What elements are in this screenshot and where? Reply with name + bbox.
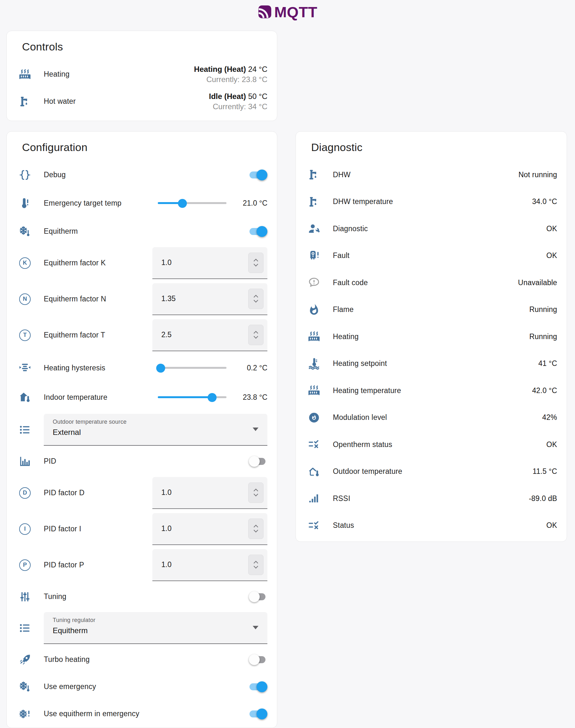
row-label: Status — [333, 521, 546, 530]
use-equitherm-in-emergency-toggle[interactable] — [249, 708, 267, 720]
config-row-indoor-temperature: Indoor temperature 23.8 °C — [7, 383, 277, 412]
state-current: Currently: 34 °C — [209, 102, 267, 112]
pid-factor-i-stepper[interactable] — [248, 518, 264, 539]
pid-factor-p-input[interactable] — [161, 560, 232, 569]
row-label: DHW — [333, 171, 518, 179]
row-label: Heating temperature — [333, 386, 532, 395]
dropdown-caret-icon — [253, 428, 259, 431]
turbo-heating-toggle[interactable] — [249, 654, 267, 666]
water-pump-icon — [18, 96, 32, 108]
row-label: Equitherm — [44, 227, 249, 235]
mqtt-logo-icon — [258, 4, 272, 19]
diag-row-heating[interactable]: Heating Running — [296, 323, 567, 350]
config-row-emergency-target-temp: Emergency target temp 21.0 °C — [7, 188, 277, 218]
config-row-turbo-heating: Turbo heating — [7, 646, 277, 673]
diag-row-modulation-level[interactable]: Modulation level 42% — [296, 404, 567, 431]
config-row-use-equitherm-in-emergency: Use equitherm in emergency — [7, 700, 277, 727]
row-label: Equitherm factor K — [44, 259, 153, 267]
state-target: 50 °C — [248, 92, 267, 101]
slider-thumb[interactable] — [208, 393, 216, 402]
diag-row-status[interactable]: Status OK — [296, 512, 567, 539]
row-label: Tuning — [44, 592, 249, 601]
thermometer-water-icon — [307, 358, 322, 370]
equitherm-factor-t-input[interactable] — [161, 330, 232, 339]
row-label: PID — [44, 457, 249, 466]
snowflake-thermometer-icon — [18, 681, 32, 693]
row-label: Equitherm factor T — [44, 331, 153, 339]
pid-factor-d-input[interactable] — [161, 488, 232, 497]
diag-row-outdoor-temperature[interactable]: Outdoor temperature 11.5 °C — [296, 458, 567, 485]
list-status-icon — [307, 438, 322, 450]
diag-row-fault-code[interactable]: Fault code Unavailable — [296, 269, 567, 296]
config-row-equitherm-factor-n: N Equitherm factor N — [7, 281, 277, 317]
row-label: Use emergency — [44, 682, 249, 691]
device-page: MQTT Controls Heating Heating (Heat) 24 … — [0, 0, 575, 728]
diag-row-dhw-temperature[interactable]: DHW temperature 34.0 °C — [296, 188, 567, 216]
control-row-hot-water[interactable]: Hot water Idle (Heat) 50 °C Currently: 3… — [7, 88, 277, 115]
diag-row-rssi[interactable]: RSSI -89.0 dB — [296, 485, 567, 512]
config-row-tuning: Tuning — [7, 583, 277, 610]
use-emergency-toggle[interactable] — [249, 681, 267, 693]
chart-bar-icon — [18, 455, 32, 468]
row-label: PID factor D — [44, 488, 153, 497]
control-row-heating[interactable]: Heating Heating (Heat) 24 °C Currently: … — [7, 61, 277, 88]
equitherm-factor-n-stepper[interactable] — [248, 289, 264, 309]
alpha-k-circle-icon: K — [18, 257, 32, 269]
row-value: 11.5 °C — [533, 467, 557, 476]
controls-card-title: Controls — [22, 41, 277, 53]
tuning-toggle[interactable] — [249, 591, 267, 603]
diag-row-flame[interactable]: Flame Running — [296, 296, 567, 323]
alpha-n-circle-icon: N — [18, 293, 32, 305]
radiator-icon — [307, 385, 322, 397]
home-thermometer-icon — [18, 391, 32, 403]
hysteresis-arrows-icon — [18, 362, 32, 374]
row-label: Debug — [44, 171, 249, 179]
equitherm-factor-t-stepper[interactable] — [248, 325, 264, 345]
state-mode: Heating (Heat) — [194, 65, 246, 73]
diag-row-heating-setpoint[interactable]: Heating setpoint 41 °C — [296, 350, 567, 377]
config-row-debug: Debug — [7, 161, 277, 188]
config-row-use-emergency: Use emergency — [7, 673, 277, 700]
emergency-target-temp-slider[interactable] — [158, 198, 227, 208]
equitherm-factor-t-field — [153, 319, 267, 351]
row-value: OK — [546, 440, 557, 449]
controls-card: Controls Heating Heating (Heat) 24 °C Cu… — [6, 31, 277, 121]
row-label: PID factor P — [44, 561, 153, 569]
pid-factor-d-stepper[interactable] — [248, 482, 264, 503]
message-alert-icon — [307, 277, 322, 289]
row-label: Indoor temperature — [44, 393, 154, 402]
diag-row-heating-temperature[interactable]: Heating temperature 42.0 °C — [296, 377, 567, 404]
slider-thumb[interactable] — [156, 364, 165, 373]
signal-icon — [307, 493, 322, 505]
row-label: Emergency target temp — [44, 199, 154, 208]
heating-hysteresis-slider[interactable] — [158, 363, 227, 372]
outdoor-temperature-source-select[interactable]: Outdoor temperature source External — [44, 414, 267, 446]
indoor-temperature-slider[interactable] — [158, 393, 227, 402]
radiator-icon — [18, 68, 32, 80]
slider-value: 23.8 °C — [234, 392, 267, 402]
equitherm-factor-n-input[interactable] — [161, 294, 232, 303]
diag-row-opentherm-status[interactable]: Opentherm status OK — [296, 431, 567, 458]
list-status-icon — [307, 519, 322, 532]
select-value: External — [53, 428, 248, 437]
equitherm-factor-k-field — [153, 247, 267, 279]
equitherm-factor-k-input[interactable] — [161, 258, 232, 267]
diag-row-diagnostic[interactable]: Diagnostic OK — [296, 215, 567, 242]
slider-thumb[interactable] — [178, 199, 187, 208]
diag-row-fault[interactable]: Fault OK — [296, 242, 567, 269]
control-state: Idle (Heat) 50 °C Currently: 34 °C — [209, 91, 267, 111]
tuning-regulator-select[interactable]: Tuning regulator Equitherm — [44, 612, 267, 644]
row-label: RSSI — [333, 494, 529, 503]
control-label: Heating — [44, 70, 194, 78]
diag-row-dhw[interactable]: DHW Not running — [296, 161, 567, 188]
equitherm-toggle[interactable] — [249, 225, 267, 238]
row-label: Heating hysteresis — [44, 364, 154, 372]
pid-toggle[interactable] — [249, 455, 267, 468]
row-value: OK — [546, 251, 557, 260]
row-value: OK — [546, 224, 557, 233]
pid-factor-p-stepper[interactable] — [248, 555, 264, 575]
equitherm-factor-k-stepper[interactable] — [248, 253, 264, 273]
row-label: Heating — [333, 332, 529, 341]
debug-toggle[interactable] — [249, 169, 267, 181]
pid-factor-i-input[interactable] — [161, 524, 232, 533]
